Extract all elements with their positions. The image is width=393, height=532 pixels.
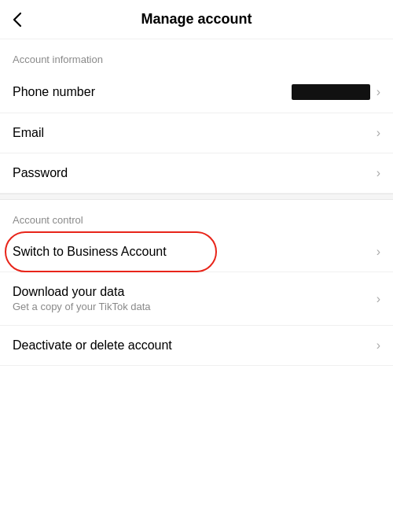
deactivate-delete-right: › <box>376 338 380 353</box>
email-left: Email <box>13 126 44 140</box>
phone-redacted-value <box>292 84 370 100</box>
deactivate-delete-chevron: › <box>376 338 380 353</box>
email-label: Email <box>13 126 44 140</box>
back-button[interactable] <box>13 12 22 28</box>
phone-number-right: › <box>292 84 380 100</box>
download-data-label: Download your data <box>13 285 151 299</box>
password-left: Password <box>13 166 68 180</box>
download-data-item[interactable]: Download your data Get a copy of your Ti… <box>0 272 393 326</box>
switch-business-label: Switch to Business Account <box>13 245 167 259</box>
email-chevron: › <box>376 126 380 140</box>
password-label: Password <box>13 166 68 180</box>
password-item[interactable]: Password › <box>0 153 393 194</box>
page-title: Manage account <box>141 11 252 28</box>
download-data-chevron: › <box>376 292 380 306</box>
switch-business-left: Switch to Business Account <box>13 245 167 259</box>
deactivate-delete-label: Deactivate or delete account <box>13 338 172 353</box>
download-data-left: Download your data Get a copy of your Ti… <box>13 285 151 312</box>
download-data-sublabel: Get a copy of your TikTok data <box>13 301 151 312</box>
phone-number-item[interactable]: Phone number › <box>0 72 393 113</box>
account-information-label: Account information <box>0 39 393 72</box>
section-divider <box>0 194 393 200</box>
password-chevron: › <box>376 166 380 180</box>
email-item[interactable]: Email › <box>0 113 393 153</box>
deactivate-delete-item[interactable]: Deactivate or delete account › <box>0 326 393 366</box>
header: Manage account <box>0 0 393 39</box>
switch-business-chevron: › <box>376 245 380 259</box>
email-right: › <box>376 126 380 140</box>
account-control-label: Account control <box>0 200 393 232</box>
switch-business-right: › <box>376 245 380 259</box>
phone-number-label: Phone number <box>13 85 95 99</box>
deactivate-delete-left: Deactivate or delete account <box>13 338 172 353</box>
phone-number-left: Phone number <box>13 85 95 99</box>
phone-number-chevron: › <box>376 85 380 99</box>
download-data-right: › <box>376 292 380 306</box>
switch-business-item[interactable]: Switch to Business Account › <box>0 232 393 272</box>
password-right: › <box>376 166 380 180</box>
